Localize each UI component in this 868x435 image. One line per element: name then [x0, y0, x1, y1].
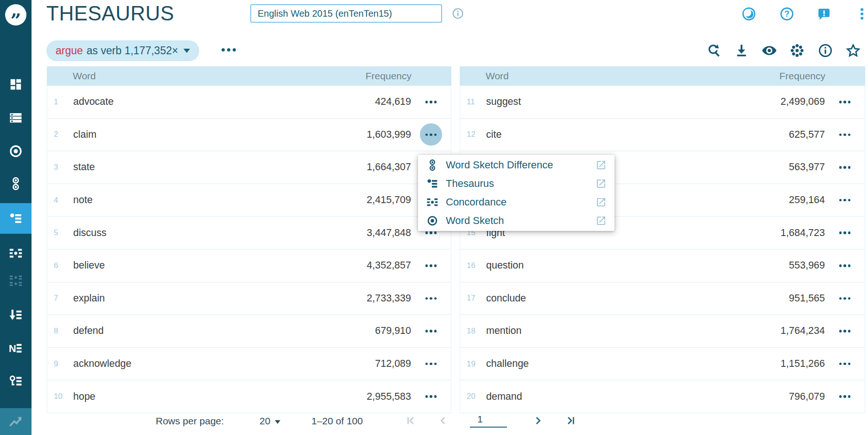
query-options-button[interactable]	[222, 48, 236, 51]
word-cell[interactable]: advocate	[73, 96, 375, 108]
keywords-icon	[9, 374, 23, 388]
ellipsis-icon	[425, 395, 437, 398]
row-menu-button[interactable]	[834, 156, 856, 179]
row-menu-button[interactable]	[420, 91, 442, 113]
last-page-button[interactable]	[564, 414, 577, 427]
word-cell[interactable]: explain	[73, 293, 367, 304]
dark-mode-toggle[interactable]	[741, 6, 757, 22]
ellipsis-icon	[839, 395, 851, 398]
sidebar-item-thesaurus[interactable]	[0, 203, 32, 234]
rows-per-page-select[interactable]: 20	[260, 416, 280, 427]
row-menu-button[interactable]	[420, 287, 442, 309]
row-menu-button[interactable]	[834, 287, 856, 309]
svg-text:?: ?	[785, 9, 790, 19]
row-menu-button[interactable]	[420, 353, 442, 375]
word-cell[interactable]: discuss	[73, 227, 367, 239]
visualization-button[interactable]	[789, 43, 805, 58]
word-cell[interactable]: challenge	[486, 358, 780, 370]
word-cell[interactable]: claim	[73, 129, 367, 141]
sidebar-item-frequency[interactable]	[0, 300, 32, 330]
row-menu-button[interactable]	[834, 385, 856, 408]
page-number-input[interactable]	[470, 412, 507, 428]
sidebar-item-dashboard[interactable]	[0, 69, 32, 100]
row-menu-button[interactable]	[420, 320, 442, 342]
frequency-cell: 3,447,848	[367, 227, 411, 239]
search-again-button[interactable]	[706, 43, 722, 58]
sidebar-item-word-list[interactable]	[0, 102, 32, 133]
overflow-menu-button[interactable]	[854, 6, 868, 22]
next-page-button[interactable]	[532, 414, 545, 427]
contrast-icon	[741, 6, 756, 21]
menu-item-label: Concordance	[446, 196, 595, 208]
help-button[interactable]: ?	[779, 6, 795, 22]
query-chip[interactable]: argue as verb 1,177,352×	[46, 40, 199, 61]
frequency-cell: 4,352,857	[367, 260, 411, 271]
row-menu-button[interactable]	[834, 320, 856, 342]
row-menu-button[interactable]	[834, 91, 856, 113]
word-cell[interactable]: acknowledge	[73, 358, 375, 370]
row-number: 8	[54, 326, 68, 336]
sidebar: ”	[0, 0, 32, 435]
word-cell[interactable]: state	[73, 161, 367, 173]
row-menu-button[interactable]	[834, 222, 856, 244]
word-cell[interactable]: believe	[73, 260, 367, 271]
external-link-icon[interactable]	[595, 160, 607, 171]
corpus-selector[interactable]: English Web 2015 (enTenTen15)	[250, 4, 442, 23]
word-cell[interactable]: demand	[486, 391, 789, 403]
feedback-icon	[817, 6, 831, 21]
word-cell[interactable]: note	[73, 194, 367, 206]
row-menu-button[interactable]	[420, 385, 442, 408]
row-number: 10	[54, 392, 68, 401]
page-title: THESAURUS	[46, 2, 174, 25]
menu-item-word-sketch[interactable]: Word Sketch	[418, 211, 615, 230]
menu-item-concordance[interactable]: Concordance	[418, 193, 615, 211]
table-row: 2 claim 1,603,999	[47, 119, 451, 152]
word-cell[interactable]: defend	[73, 325, 375, 337]
sidebar-item-ngrams[interactable]: N	[0, 333, 32, 364]
word-cell[interactable]: cite	[486, 129, 789, 141]
ngrams-icon: N	[9, 341, 23, 355]
favorite-button[interactable]	[845, 43, 861, 58]
word-sketch-difference-icon	[9, 177, 23, 191]
result-info-button[interactable]	[817, 43, 833, 58]
row-number: 1	[54, 97, 68, 107]
download-button[interactable]	[734, 43, 749, 58]
ellipsis-icon	[839, 101, 851, 103]
row-menu-button[interactable]	[420, 255, 442, 277]
external-link-icon[interactable]	[595, 215, 607, 226]
external-link-icon[interactable]	[595, 178, 607, 189]
prev-page-icon	[437, 415, 449, 427]
word-cell[interactable]: question	[486, 260, 789, 271]
row-menu-button[interactable]	[420, 123, 442, 146]
column-header-word: Word	[486, 70, 779, 82]
row-number: 6	[54, 261, 68, 270]
thesaurus-app: ”	[0, 0, 868, 435]
row-menu-button[interactable]	[834, 189, 856, 211]
word-cell[interactable]: mention	[486, 325, 780, 337]
first-page-button[interactable]	[404, 414, 417, 427]
view-options-button[interactable]	[761, 43, 777, 58]
row-action-cell	[411, 353, 451, 375]
menu-item-word-sketch-difference[interactable]: Word Sketch Difference	[418, 156, 615, 174]
sidebar-item-keywords[interactable]	[0, 366, 32, 397]
sidebar-item-concordance[interactable]	[0, 238, 32, 269]
word-cell[interactable]: conclude	[486, 293, 789, 304]
external-link-icon[interactable]	[595, 197, 607, 208]
sidebar-item-word-sketch[interactable]	[0, 136, 32, 166]
row-menu-button[interactable]	[834, 123, 856, 146]
row-menu-button[interactable]	[834, 353, 856, 375]
row-action-cell	[411, 385, 451, 408]
ellipsis-icon	[425, 134, 437, 136]
info-icon	[818, 43, 833, 58]
previous-page-button[interactable]	[437, 414, 450, 427]
word-cell[interactable]: suggest	[486, 96, 780, 108]
concordance-icon	[425, 196, 439, 208]
sidebar-item-parallel-concordance[interactable]	[0, 266, 32, 296]
feedback-button[interactable]	[816, 6, 832, 22]
menu-item-thesaurus[interactable]: Thesaurus	[418, 174, 615, 193]
corpus-info-icon[interactable]	[452, 7, 464, 21]
row-menu-button[interactable]	[834, 255, 856, 277]
sidebar-item-word-sketch-difference[interactable]	[0, 168, 32, 199]
sketch-engine-logo[interactable]: ”	[5, 4, 26, 26]
word-cell[interactable]: hope	[73, 391, 367, 403]
